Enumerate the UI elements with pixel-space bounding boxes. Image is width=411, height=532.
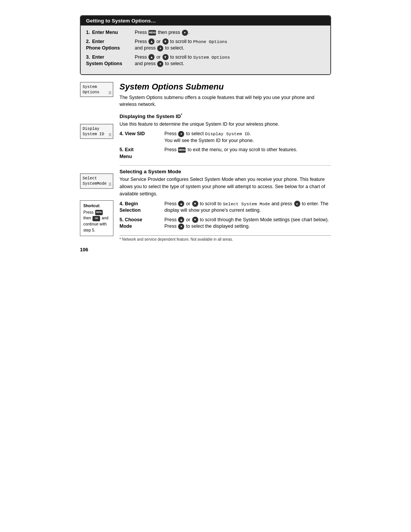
ok-icon-step4: ●	[178, 131, 184, 137]
up-icon-step5b: ▲	[178, 217, 184, 223]
ok-icon-step5b: ●	[178, 224, 184, 230]
displaying-system-id-section: Displaying the System ID* Use this featu…	[119, 113, 331, 160]
selecting-system-mode-title: Selecting a System Mode	[119, 169, 331, 174]
up-icon-step4b: ▲	[178, 201, 184, 207]
system-options-screen: SystemOptions ☰	[80, 82, 113, 97]
ok-button-icon-3: ●	[157, 61, 163, 67]
up-arrow-icon-2: ▲	[148, 38, 155, 45]
step-4-desc: Press ● to select Display System ID. You…	[164, 131, 331, 144]
display-system-id-screen: DisplaySystem ID ☰	[80, 124, 113, 139]
down-icon-step4b: ▼	[192, 201, 198, 207]
screen-1-icon: ☰	[108, 91, 112, 96]
menu-button-icon: MENU	[148, 30, 156, 35]
section-title: System Options Submenu	[119, 82, 331, 92]
step-2-label: 2. EnterPhone Options	[86, 38, 132, 52]
step-4-label: 4. View SID	[119, 131, 161, 137]
shortcut-ok-icon: OK	[92, 216, 100, 221]
step-row-3: 3. EnterSystem Options Press ▲ or ▼ to s…	[86, 54, 325, 67]
step-row-2: 2. EnterPhone Options Press ▲ or ▼ to sc…	[86, 38, 325, 52]
step-2-number: 2.	[86, 39, 90, 44]
step-1-number: 1.	[86, 30, 90, 35]
displaying-system-id-desc: Use this feature to determine the unique…	[119, 121, 331, 128]
step-1-label: 1. Enter Menu	[86, 29, 132, 36]
step-2-desc: Press ▲ or ▼ to scroll to Phone Optionsa…	[135, 38, 325, 52]
step-5b-label: 5. ChooseMode	[119, 217, 161, 230]
section-intro: The System Options submenu offers a coup…	[119, 94, 331, 109]
getting-box-body: 1. Enter Menu Press MENU then press ●. 2…	[81, 26, 330, 74]
screen-2-icon: ☰	[108, 133, 112, 137]
displaying-system-id-title: Displaying the System ID*	[119, 113, 331, 119]
step-5-desc: Press MENU to exit the menu, or you may …	[164, 147, 331, 153]
step-4b-desc: Press ▲ or ▼ to scroll to Select System …	[164, 201, 331, 214]
step-5-exit: 5. ExitMenu Press MENU to exit the menu,…	[119, 147, 331, 160]
step-1-desc: Press MENU then press ●.	[135, 29, 325, 36]
screen-column: SystemOptions ☰ DisplaySystem ID ☰ Selec…	[80, 82, 114, 236]
shortcut-text: Press MENU then OK and continue with ste…	[83, 209, 110, 233]
select-system-mode-screen: SelectSystemMode ☰	[80, 173, 113, 189]
step-row-1: 1. Enter Menu Press MENU then press ●.	[86, 29, 325, 36]
up-arrow-icon-3: ▲	[148, 54, 155, 60]
footnote: * Network and service dependent feature.…	[119, 235, 331, 241]
system-options-text: System Options	[193, 55, 230, 60]
ok-button-icon-2: ●	[157, 45, 163, 51]
main-content: SystemOptions ☰ DisplaySystem ID ☰ Selec…	[80, 82, 331, 241]
page-number: 106	[80, 247, 331, 252]
asterisk-sup: *	[181, 113, 182, 117]
shortcut-title: Shortcut:	[83, 203, 110, 209]
phone-options-text: Phone Options	[193, 39, 227, 44]
ok-icon-step4b: ●	[294, 201, 300, 207]
step-4-begin-selection: 4. BeginSelection Press ▲ or ▼ to scroll…	[119, 201, 331, 214]
ok-button-icon-1: ●	[182, 30, 188, 36]
step-4-view-sid: 4. View SID Press ● to select Display Sy…	[119, 131, 331, 144]
down-arrow-icon-2: ▼	[162, 38, 169, 45]
getting-box: Getting to System Options… 1. Enter Menu…	[80, 15, 331, 75]
step-3-desc: Press ▲ or ▼ to scroll to System Options…	[135, 54, 325, 67]
down-icon-step5b: ▼	[192, 217, 198, 223]
shortcut-box: Shortcut: Press MENU then OK and continu…	[80, 200, 113, 236]
step-5-choose-mode: 5. ChooseMode Press ▲ or ▼ to scroll thr…	[119, 217, 331, 230]
screen-3-area: SelectSystemMode ☰ Shortcut: Press MENU …	[80, 173, 114, 236]
section-divider	[119, 165, 331, 166]
step-4b-label: 4. BeginSelection	[119, 201, 161, 214]
getting-box-header: Getting to System Options…	[81, 16, 330, 26]
select-system-mode-mono: Select System Mode	[223, 201, 270, 206]
step-5-label: 5. ExitMenu	[119, 147, 161, 160]
step-5b-desc: Press ▲ or ▼ to scroll through the Syste…	[164, 217, 331, 230]
menu-icon-step5: MENU	[178, 147, 186, 153]
screen-3-icon: ☰	[108, 182, 112, 187]
down-arrow-icon-3: ▼	[162, 54, 169, 60]
step-3-label: 3. EnterSystem Options	[86, 54, 132, 67]
content-column: System Options Submenu The System Option…	[119, 82, 331, 241]
selecting-system-mode-desc: Your Service Provider configures Select …	[119, 176, 331, 197]
display-system-id-mono: Display System ID	[205, 131, 250, 136]
page-container: Getting to System Options… 1. Enter Menu…	[80, 15, 331, 252]
step-3-number: 3.	[86, 54, 90, 60]
selecting-system-mode-section: Selecting a System Mode Your Service Pro…	[119, 169, 331, 230]
shortcut-menu-icon: MENU	[95, 210, 103, 215]
